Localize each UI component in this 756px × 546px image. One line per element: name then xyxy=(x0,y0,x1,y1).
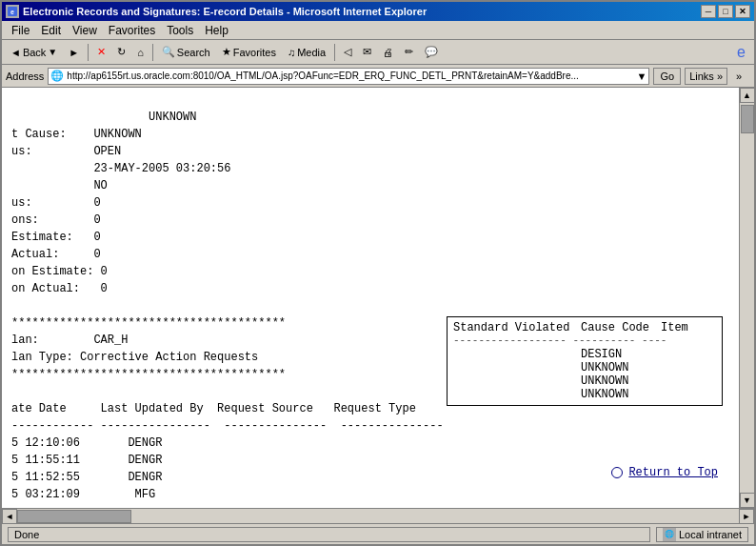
col-header-cause: Cause Code xyxy=(581,321,657,334)
search-button[interactable]: 🔍 Search xyxy=(157,42,215,63)
item-2 xyxy=(661,361,699,374)
edit-icon: ✏ xyxy=(405,46,413,58)
scroll-up-button[interactable]: ▲ xyxy=(740,88,755,103)
content-line-18: ------------ ---------------- ----------… xyxy=(11,419,444,433)
back-button[interactable]: ◄ Back ▼ xyxy=(6,42,62,63)
col-header-standard: Standard Violated xyxy=(453,321,577,334)
status-zone: 🌐 Local intranet xyxy=(656,527,748,542)
discuss-button[interactable]: 💬 xyxy=(420,42,443,63)
item-1 xyxy=(661,348,699,361)
ie-logo-icon: e xyxy=(737,44,746,61)
content-line-21: 5 11:52:55 DENGR xyxy=(11,471,162,484)
go-button[interactable]: Go xyxy=(653,68,681,85)
standard-4 xyxy=(453,388,577,401)
content-line-1: t Cause: UNKNOWN xyxy=(11,128,142,141)
ie-logo-button[interactable]: e xyxy=(732,42,750,63)
mail-button[interactable]: ✉ xyxy=(358,42,376,63)
star-icon: ★ xyxy=(222,46,231,58)
mail-icon: ✉ xyxy=(363,46,371,58)
refresh-button[interactable]: ↻ xyxy=(112,42,130,63)
search-icon: 🔍 xyxy=(162,46,175,58)
content-line-4: NO xyxy=(11,179,108,192)
cause-1: DESIGN xyxy=(581,348,657,361)
print-button[interactable]: 🖨 xyxy=(378,42,398,63)
address-input-container[interactable]: 🌐 http://ap6155rt.us.oracle.com:8010/OA_… xyxy=(48,68,649,85)
content-line-6: ons: 0 xyxy=(11,213,101,227)
page-content: UNKNOWN t Cause: UNKNOWN us: OPEN 23-MAY… xyxy=(2,88,739,508)
content-line-12: **************************************** xyxy=(11,316,286,330)
toolbar-separator-2 xyxy=(152,44,153,61)
content-line-22: 5 03:21:09 MFG xyxy=(11,488,155,501)
address-dropdown-icon: ▼ xyxy=(637,71,647,82)
stop-button[interactable]: ✕ xyxy=(92,42,110,63)
content-line-20: 5 11:55:11 DENGR xyxy=(11,454,162,467)
menu-view[interactable]: View xyxy=(67,22,103,39)
media-button[interactable]: ♫ Media xyxy=(283,42,330,63)
stop-icon: ✕ xyxy=(97,46,106,58)
minimize-button[interactable]: ─ xyxy=(701,5,716,18)
window-title: Electronic Records and Signatures: E-rec… xyxy=(23,6,701,17)
print-icon: 🖨 xyxy=(383,47,393,58)
discuss-icon: 💬 xyxy=(425,46,438,58)
vertical-scrollbar[interactable]: ▲ ▼ xyxy=(739,88,754,508)
close-button[interactable]: ✕ xyxy=(735,5,750,18)
forward-icon: ► xyxy=(69,47,79,58)
back-icon: ◄ xyxy=(10,47,21,58)
table-row-3: UNKNOWN xyxy=(453,374,716,388)
item-3 xyxy=(661,374,699,388)
menu-favorites[interactable]: Favorites xyxy=(103,22,161,39)
address-label: Address xyxy=(6,71,44,82)
cause-3: UNKNOWN xyxy=(581,374,657,388)
hscroll-track[interactable] xyxy=(17,509,739,523)
scroll-down-button[interactable]: ▼ xyxy=(740,493,755,508)
hscroll-thumb[interactable] xyxy=(17,510,131,523)
toolbar: ◄ Back ▼ ► ✕ ↻ ⌂ 🔍 Search ★ Favorites ♫ … xyxy=(2,40,754,65)
back-dropdown-icon: ▼ xyxy=(48,47,57,57)
content-line-9: on Estimate: 0 xyxy=(11,265,108,278)
svg-text:e: e xyxy=(10,9,14,15)
forward-button[interactable]: ► xyxy=(64,42,84,63)
col-header-item: Item xyxy=(661,321,699,334)
content-line-7: Estimate: 0 xyxy=(11,231,101,244)
maximize-button[interactable]: □ xyxy=(718,5,733,18)
menu-edit[interactable]: Edit xyxy=(35,22,67,39)
item-4 xyxy=(661,388,699,401)
window-icon: e xyxy=(6,5,19,18)
address-url: http://ap6155rt.us.oracle.com:8010/OA_HT… xyxy=(67,71,578,81)
standard-3 xyxy=(453,374,577,388)
menu-tools[interactable]: Tools xyxy=(161,22,199,39)
scroll-thumb[interactable] xyxy=(741,105,754,133)
scroll-track[interactable] xyxy=(740,103,754,493)
menu-help[interactable]: Help xyxy=(199,22,234,39)
ie-window: e Electronic Records and Signatures: E-r… xyxy=(0,0,756,546)
content-line-8: Actual: 0 xyxy=(11,248,101,261)
content-line-2: us: OPEN xyxy=(11,145,121,158)
history-icon: ◁ xyxy=(344,46,351,58)
table-row-4: UNKNOWN xyxy=(453,388,716,401)
content-line-10: on Actual: 0 xyxy=(11,282,108,295)
cause-2: UNKNOWN xyxy=(581,361,657,374)
return-to-top-container: Return to Top xyxy=(611,464,718,481)
table-row-1: DESIGN xyxy=(453,348,716,361)
favorites-button[interactable]: ★ Favorites xyxy=(217,42,281,63)
content-line-19: 5 12:10:06 DENGR xyxy=(11,436,162,450)
standard-1 xyxy=(453,348,577,361)
hscroll-right-button[interactable]: ► xyxy=(739,509,754,524)
address-bar: Address 🌐 http://ap6155rt.us.oracle.com:… xyxy=(2,65,754,88)
home-button[interactable]: ⌂ xyxy=(132,42,149,63)
menu-bar: File Edit View Favorites Tools Help xyxy=(2,21,754,40)
menu-file[interactable]: File xyxy=(6,22,35,39)
horizontal-scrollbar[interactable]: ◄ ► xyxy=(2,508,754,523)
address-expand-button[interactable]: » xyxy=(731,66,750,87)
content-line-15: **************************************** xyxy=(11,368,286,381)
hscroll-left-button[interactable]: ◄ xyxy=(2,509,17,524)
return-to-top-link[interactable]: Return to Top xyxy=(628,464,718,481)
history-button[interactable]: ◁ xyxy=(339,42,356,63)
content-line-3: 23-MAY-2005 03:20:56 xyxy=(11,162,230,175)
edit-button[interactable]: ✏ xyxy=(400,42,418,63)
return-to-top-icon xyxy=(611,467,623,478)
media-icon: ♫ xyxy=(288,47,295,58)
status-text: Done xyxy=(8,527,650,542)
toolbar-separator-1 xyxy=(88,44,89,61)
links-button[interactable]: Links » xyxy=(685,68,727,85)
